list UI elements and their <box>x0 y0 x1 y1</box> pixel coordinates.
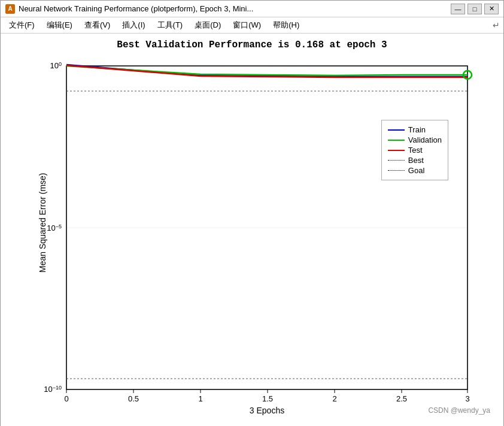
menu-tools[interactable]: 工具(T) <box>153 19 188 32</box>
plot-wrapper: Best Validation Performance is 0.168 at … <box>7 40 497 426</box>
title-bar-left: A Neural Network Training Performance (p… <box>5 4 253 14</box>
best-line-icon <box>388 160 405 161</box>
menu-desktop[interactable]: 桌面(D) <box>190 19 226 32</box>
legend-train-label: Train <box>408 125 426 134</box>
close-button[interactable]: ✕ <box>484 4 499 14</box>
svg-text:3 Epochs: 3 Epochs <box>250 406 284 415</box>
menu-insert[interactable]: 插入(I) <box>117 19 150 32</box>
svg-text:10−5: 10−5 <box>47 223 62 232</box>
menu-view[interactable]: 查看(V) <box>80 19 115 32</box>
menu-file[interactable]: 文件(F) <box>4 19 40 32</box>
validation-line-icon <box>388 140 405 141</box>
menu-help[interactable]: 帮助(H) <box>268 19 304 32</box>
maximize-button[interactable]: □ <box>467 4 482 14</box>
watermark: CSDN @wendy_ya <box>428 406 490 415</box>
svg-text:1.5: 1.5 <box>262 394 273 403</box>
chart-svg: 100 10−5 10−10 0 0.5 1 1.5 2 2.5 3 <box>42 54 491 419</box>
title-bar: A Neural Network Training Performance (p… <box>1 1 503 17</box>
svg-text:2: 2 <box>332 394 336 403</box>
legend-goal-label: Goal <box>408 166 424 175</box>
main-window: A Neural Network Training Performance (p… <box>0 0 504 426</box>
app-icon: A <box>5 4 15 14</box>
legend-best-label: Best <box>408 156 424 165</box>
legend-train: Train <box>388 125 442 134</box>
legend-best: Best <box>388 156 442 165</box>
svg-text:2.5: 2.5 <box>396 394 407 403</box>
menu-arrow-icon: ↵ <box>493 20 500 30</box>
goal-line-icon <box>388 170 405 171</box>
svg-text:0: 0 <box>64 394 68 403</box>
menu-bar: 文件(F) 编辑(E) 查看(V) 插入(I) 工具(T) 桌面(D) 窗口(W… <box>1 17 503 34</box>
svg-text:100: 100 <box>50 61 62 70</box>
legend-validation-label: Validation <box>408 135 442 144</box>
svg-text:3: 3 <box>465 394 469 403</box>
menu-edit[interactable]: 编辑(E) <box>42 19 77 32</box>
minimize-button[interactable]: — <box>451 4 465 14</box>
svg-text:1: 1 <box>198 394 202 403</box>
legend-validation: Validation <box>388 135 442 144</box>
title-controls: — □ ✕ <box>451 4 499 14</box>
legend-test: Test <box>388 146 442 155</box>
legend-goal: Goal <box>388 166 442 175</box>
legend: Train Validation Test Best <box>381 120 448 180</box>
menu-window[interactable]: 窗口(W) <box>228 19 266 32</box>
window-title: Neural Network Training Performance (plo… <box>19 4 253 13</box>
plot-container: Best Validation Performance is 0.168 at … <box>1 34 503 426</box>
plot-title: Best Validation Performance is 0.168 at … <box>7 40 497 50</box>
svg-text:0.5: 0.5 <box>128 394 139 403</box>
plot-area: Mean Squared Error (mse) 100 10−5 10−10 <box>7 54 497 419</box>
test-line-icon <box>388 150 405 151</box>
legend-test-label: Test <box>408 146 423 155</box>
train-line-icon <box>388 129 405 131</box>
svg-text:10−10: 10−10 <box>44 385 62 394</box>
